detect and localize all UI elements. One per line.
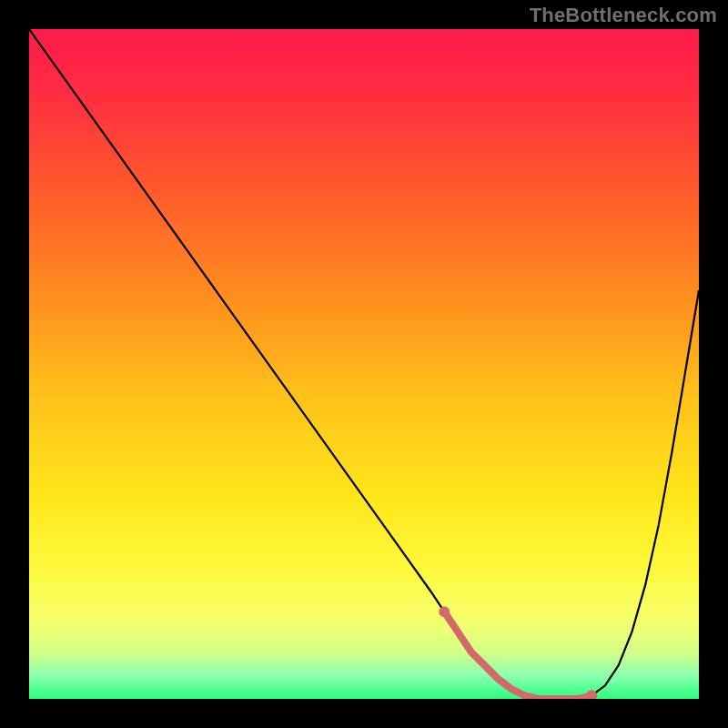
watermark-text: TheBottleneck.com bbox=[530, 4, 717, 27]
gradient-background bbox=[29, 29, 699, 699]
chart-svg bbox=[29, 29, 699, 699]
plot-area bbox=[29, 29, 699, 699]
chart-container: TheBottleneck.com bbox=[0, 0, 728, 728]
highlight-dot-start bbox=[439, 606, 450, 617]
